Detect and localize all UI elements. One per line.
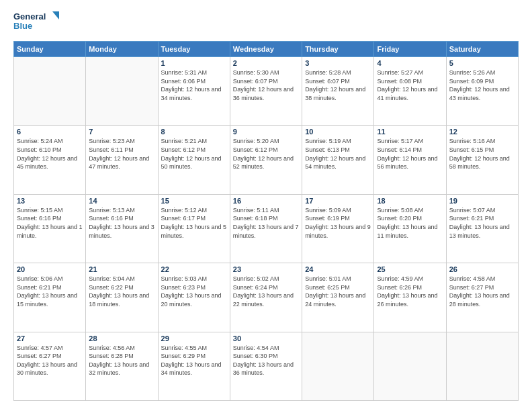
day-number: 21	[89, 265, 154, 273]
calendar-cell: 9Sunrise: 5:20 AM Sunset: 6:12 PM Daylig…	[230, 126, 302, 194]
day-info: Sunrise: 5:28 AM Sunset: 6:07 PM Dayligh…	[305, 68, 371, 102]
day-info: Sunrise: 5:21 AM Sunset: 6:12 PM Dayligh…	[161, 137, 227, 171]
day-number: 6	[17, 128, 83, 136]
day-info: Sunrise: 5:20 AM Sunset: 6:12 PM Dayligh…	[233, 137, 299, 171]
calendar-week-row: 1Sunrise: 5:31 AM Sunset: 6:06 PM Daylig…	[14, 57, 519, 126]
weekday-header-saturday: Saturday	[446, 42, 518, 57]
weekday-header-tuesday: Tuesday	[158, 42, 230, 57]
day-info: Sunrise: 4:57 AM Sunset: 6:27 PM Dayligh…	[17, 344, 83, 377]
day-info: Sunrise: 5:13 AM Sunset: 6:16 PM Dayligh…	[89, 206, 154, 240]
svg-text:General: General	[13, 11, 46, 21]
weekday-header-thursday: Thursday	[302, 42, 374, 57]
calendar-cell: 17Sunrise: 5:09 AM Sunset: 6:19 PM Dayli…	[302, 194, 374, 263]
day-info: Sunrise: 5:15 AM Sunset: 6:16 PM Dayligh…	[17, 206, 83, 240]
calendar-cell: 29Sunrise: 4:55 AM Sunset: 6:29 PM Dayli…	[158, 332, 230, 400]
day-number: 26	[449, 265, 515, 273]
day-number: 23	[233, 265, 299, 273]
calendar-cell: 22Sunrise: 5:03 AM Sunset: 6:23 PM Dayli…	[158, 263, 230, 332]
calendar-week-row: 13Sunrise: 5:15 AM Sunset: 6:16 PM Dayli…	[14, 194, 519, 263]
day-info: Sunrise: 5:02 AM Sunset: 6:24 PM Dayligh…	[233, 275, 299, 308]
calendar-cell: 1Sunrise: 5:31 AM Sunset: 6:06 PM Daylig…	[158, 57, 230, 126]
weekday-header-friday: Friday	[374, 42, 446, 57]
calendar-cell: 30Sunrise: 4:54 AM Sunset: 6:30 PM Dayli…	[230, 332, 302, 400]
day-number: 12	[449, 128, 515, 136]
day-info: Sunrise: 5:26 AM Sunset: 6:09 PM Dayligh…	[449, 68, 515, 102]
calendar-cell: 12Sunrise: 5:16 AM Sunset: 6:15 PM Dayli…	[446, 126, 518, 194]
day-number: 18	[377, 197, 443, 205]
calendar-cell: 23Sunrise: 5:02 AM Sunset: 6:24 PM Dayli…	[230, 263, 302, 332]
calendar-cell: 16Sunrise: 5:11 AM Sunset: 6:18 PM Dayli…	[230, 194, 302, 263]
day-number: 22	[161, 265, 227, 273]
day-number: 14	[89, 197, 154, 205]
day-number: 3	[305, 59, 371, 67]
logo: GeneralBlue	[13, 10, 67, 34]
day-number: 1	[161, 59, 227, 67]
calendar-cell: 7Sunrise: 5:23 AM Sunset: 6:11 PM Daylig…	[86, 126, 158, 194]
svg-text:Blue: Blue	[13, 21, 32, 31]
day-info: Sunrise: 4:56 AM Sunset: 6:28 PM Dayligh…	[89, 344, 154, 377]
calendar-cell	[302, 332, 374, 400]
day-number: 5	[449, 59, 515, 67]
day-info: Sunrise: 5:06 AM Sunset: 6:21 PM Dayligh…	[17, 275, 83, 308]
calendar-cell: 4Sunrise: 5:27 AM Sunset: 6:08 PM Daylig…	[374, 57, 446, 126]
calendar-cell: 6Sunrise: 5:24 AM Sunset: 6:10 PM Daylig…	[14, 126, 86, 194]
day-info: Sunrise: 5:01 AM Sunset: 6:25 PM Dayligh…	[305, 275, 371, 308]
day-info: Sunrise: 5:30 AM Sunset: 6:07 PM Dayligh…	[233, 68, 299, 102]
day-number: 17	[305, 197, 371, 205]
day-info: Sunrise: 4:59 AM Sunset: 6:26 PM Dayligh…	[377, 275, 443, 308]
calendar-week-row: 27Sunrise: 4:57 AM Sunset: 6:27 PM Dayli…	[14, 332, 519, 400]
day-info: Sunrise: 5:17 AM Sunset: 6:14 PM Dayligh…	[377, 137, 443, 171]
calendar-cell: 20Sunrise: 5:06 AM Sunset: 6:21 PM Dayli…	[14, 263, 86, 332]
weekday-header-monday: Monday	[86, 42, 158, 57]
weekday-header-row: SundayMondayTuesdayWednesdayThursdayFrid…	[14, 42, 519, 57]
day-number: 29	[161, 334, 227, 342]
calendar-cell: 10Sunrise: 5:19 AM Sunset: 6:13 PM Dayli…	[302, 126, 374, 194]
day-info: Sunrise: 5:23 AM Sunset: 6:11 PM Dayligh…	[89, 137, 154, 171]
header: GeneralBlue	[13, 10, 519, 34]
day-info: Sunrise: 4:58 AM Sunset: 6:27 PM Dayligh…	[449, 275, 515, 308]
calendar-cell: 2Sunrise: 5:30 AM Sunset: 6:07 PM Daylig…	[230, 57, 302, 126]
day-number: 25	[377, 265, 443, 273]
calendar-cell	[374, 332, 446, 400]
calendar-table: SundayMondayTuesdayWednesdayThursdayFrid…	[13, 41, 519, 401]
day-number: 2	[233, 59, 299, 67]
day-info: Sunrise: 5:11 AM Sunset: 6:18 PM Dayligh…	[233, 206, 299, 240]
day-info: Sunrise: 5:03 AM Sunset: 6:23 PM Dayligh…	[161, 275, 227, 308]
page: GeneralBlue SundayMondayTuesdayWednesday…	[0, 0, 532, 411]
day-info: Sunrise: 5:09 AM Sunset: 6:19 PM Dayligh…	[305, 206, 371, 240]
calendar-week-row: 20Sunrise: 5:06 AM Sunset: 6:21 PM Dayli…	[14, 263, 519, 332]
calendar-cell: 24Sunrise: 5:01 AM Sunset: 6:25 PM Dayli…	[302, 263, 374, 332]
day-info: Sunrise: 5:07 AM Sunset: 6:21 PM Dayligh…	[449, 206, 515, 240]
calendar-cell: 8Sunrise: 5:21 AM Sunset: 6:12 PM Daylig…	[158, 126, 230, 194]
day-info: Sunrise: 5:08 AM Sunset: 6:20 PM Dayligh…	[377, 206, 443, 240]
svg-marker-2	[52, 11, 59, 19]
calendar-cell: 18Sunrise: 5:08 AM Sunset: 6:20 PM Dayli…	[374, 194, 446, 263]
calendar-cell: 14Sunrise: 5:13 AM Sunset: 6:16 PM Dayli…	[86, 194, 158, 263]
day-number: 24	[305, 265, 371, 273]
day-number: 13	[17, 197, 83, 205]
calendar-cell: 28Sunrise: 4:56 AM Sunset: 6:28 PM Dayli…	[86, 332, 158, 400]
day-number: 27	[17, 334, 83, 342]
day-info: Sunrise: 5:04 AM Sunset: 6:22 PM Dayligh…	[89, 275, 154, 308]
calendar-cell: 25Sunrise: 4:59 AM Sunset: 6:26 PM Dayli…	[374, 263, 446, 332]
calendar-cell: 11Sunrise: 5:17 AM Sunset: 6:14 PM Dayli…	[374, 126, 446, 194]
day-number: 20	[17, 265, 83, 273]
calendar-cell: 27Sunrise: 4:57 AM Sunset: 6:27 PM Dayli…	[14, 332, 86, 400]
day-number: 28	[89, 334, 154, 342]
day-info: Sunrise: 4:54 AM Sunset: 6:30 PM Dayligh…	[233, 344, 299, 377]
weekday-header-wednesday: Wednesday	[230, 42, 302, 57]
day-number: 15	[161, 197, 227, 205]
day-info: Sunrise: 5:31 AM Sunset: 6:06 PM Dayligh…	[161, 68, 227, 102]
calendar-week-row: 6Sunrise: 5:24 AM Sunset: 6:10 PM Daylig…	[14, 126, 519, 194]
calendar-cell: 15Sunrise: 5:12 AM Sunset: 6:17 PM Dayli…	[158, 194, 230, 263]
calendar-cell: 13Sunrise: 5:15 AM Sunset: 6:16 PM Dayli…	[14, 194, 86, 263]
calendar-cell: 3Sunrise: 5:28 AM Sunset: 6:07 PM Daylig…	[302, 57, 374, 126]
day-number: 10	[305, 128, 371, 136]
day-number: 7	[89, 128, 154, 136]
logo-svg: GeneralBlue	[13, 10, 67, 34]
day-info: Sunrise: 5:12 AM Sunset: 6:17 PM Dayligh…	[161, 206, 227, 240]
calendar-cell	[446, 332, 518, 400]
calendar-cell: 19Sunrise: 5:07 AM Sunset: 6:21 PM Dayli…	[446, 194, 518, 263]
day-number: 8	[161, 128, 227, 136]
day-number: 11	[377, 128, 443, 136]
